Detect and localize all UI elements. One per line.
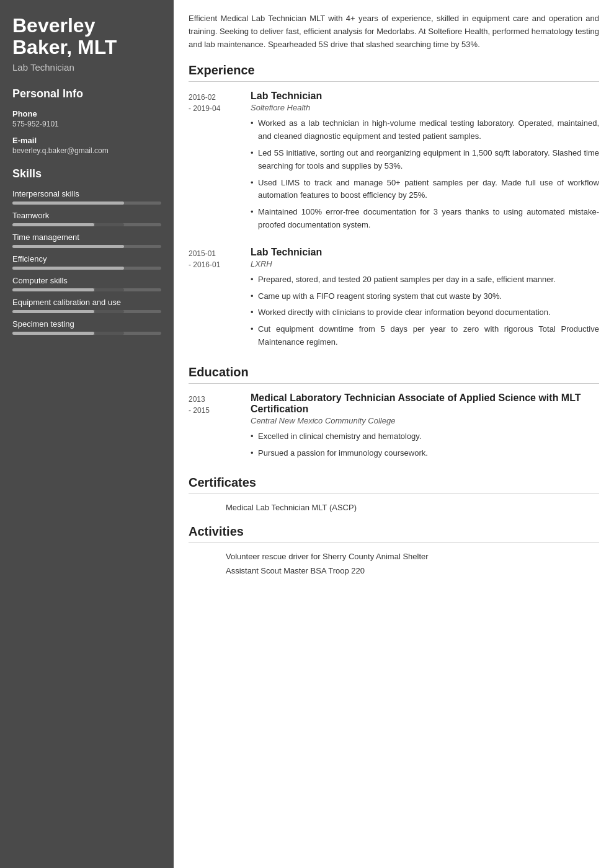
entry-job-title: Lab Technician bbox=[251, 247, 599, 258]
bullet-item: Maintained 100% error-free documentation… bbox=[251, 206, 599, 232]
experience-section: Experience 2016-02 - 2019-04Lab Technici… bbox=[189, 63, 599, 352]
skill-label: Computer skills bbox=[12, 276, 161, 285]
activities-heading: Activities bbox=[189, 525, 599, 543]
entry-company: Soltefiore Health bbox=[251, 103, 599, 112]
summary-text: Efficient Medical Lab Technician MLT wit… bbox=[189, 12, 599, 51]
bullet-item: Prepared, stored, and tested 20 patient … bbox=[251, 273, 599, 286]
entry-date: 2013 - 2015 bbox=[189, 392, 251, 464]
education-school: Central New Mexico Community College bbox=[251, 416, 599, 425]
skills-list: Interpersonal skillsTeamworkTime managem… bbox=[12, 189, 161, 335]
bullet-item: Led 5S initiative, sorting out and reorg… bbox=[251, 147, 599, 173]
skill-bar bbox=[12, 310, 161, 313]
entry-content: Lab TechnicianLXRHPrepared, stored, and … bbox=[251, 247, 599, 353]
entry-content: Medical Laboratory Technician Associate … bbox=[251, 392, 599, 464]
education-bullets: Excelled in clinical chemistry and hemat… bbox=[251, 430, 599, 460]
skill-bar bbox=[12, 288, 161, 291]
personal-info-heading: Personal Info bbox=[12, 87, 161, 100]
skill-label: Equipment calibration and use bbox=[12, 298, 161, 307]
bullet-item: Came up with a FIFO reagent storing syst… bbox=[251, 290, 599, 303]
entry-company: LXRH bbox=[251, 259, 599, 268]
skill-label: Time management bbox=[12, 232, 161, 242]
skill-label: Teamwork bbox=[12, 211, 161, 220]
bullet-item: Pursued a passion for immunology coursew… bbox=[251, 447, 599, 460]
email-label: E-mail bbox=[12, 136, 161, 145]
skill-bar bbox=[12, 332, 161, 335]
activity-entries: Volunteer rescue driver for Sherry Count… bbox=[189, 552, 599, 575]
activity-item: Volunteer rescue driver for Sherry Count… bbox=[189, 552, 599, 561]
cert-item: Medical Lab Technician MLT (ASCP) bbox=[189, 503, 599, 512]
skill-bar bbox=[12, 245, 161, 248]
entry-job-title: Lab Technician bbox=[251, 91, 599, 102]
phone-value: 575-952-9101 bbox=[12, 120, 161, 128]
education-entry: 2013 - 2015Medical Laboratory Technician… bbox=[189, 392, 599, 464]
experience-entries: 2016-02 - 2019-04Lab TechnicianSoltefior… bbox=[189, 91, 599, 352]
education-heading: Education bbox=[189, 365, 599, 384]
education-section: Education 2013 - 2015Medical Laboratory … bbox=[189, 365, 599, 464]
skill-label: Interpersonal skills bbox=[12, 189, 161, 198]
certificates-section: Certificates Medical Lab Technician MLT … bbox=[189, 476, 599, 512]
activity-item: Assistant Scout Master BSA Troop 220 bbox=[189, 566, 599, 575]
entry-bullets: Worked as a lab technician in high-volum… bbox=[251, 117, 599, 231]
skills-heading: Skills bbox=[12, 167, 161, 180]
entry-date: 2015-01 - 2016-01 bbox=[189, 247, 251, 353]
email-value: beverley.q.baker@gmail.com bbox=[12, 146, 161, 155]
skill-label: Specimen testing bbox=[12, 319, 161, 329]
experience-heading: Experience bbox=[189, 63, 599, 82]
bullet-item: Cut equipment downtime from 5 days per y… bbox=[251, 323, 599, 349]
skill-bar bbox=[12, 223, 161, 226]
bullet-item: Worked directly with clinicians to provi… bbox=[251, 306, 599, 319]
sidebar: Beverley Baker, MLT Lab Technician Perso… bbox=[0, 0, 174, 868]
education-entries: 2013 - 2015Medical Laboratory Technician… bbox=[189, 392, 599, 464]
bullet-item: Used LIMS to track and manage 50+ patien… bbox=[251, 177, 599, 203]
entry-bullets: Prepared, stored, and tested 20 patient … bbox=[251, 273, 599, 349]
skill-bar bbox=[12, 267, 161, 270]
experience-entry: 2015-01 - 2016-01Lab TechnicianLXRHPrepa… bbox=[189, 247, 599, 353]
bullet-item: Excelled in clinical chemistry and hemat… bbox=[251, 430, 599, 443]
skill-label: Efficiency bbox=[12, 254, 161, 264]
main-content: Efficient Medical Lab Technician MLT wit… bbox=[174, 0, 614, 868]
cert-entries: Medical Lab Technician MLT (ASCP) bbox=[189, 503, 599, 512]
phone-label: Phone bbox=[12, 109, 161, 118]
experience-entry: 2016-02 - 2019-04Lab TechnicianSoltefior… bbox=[189, 91, 599, 235]
activities-section: Activities Volunteer rescue driver for S… bbox=[189, 525, 599, 575]
candidate-title: Lab Technician bbox=[12, 62, 161, 73]
bullet-item: Worked as a lab technician in high-volum… bbox=[251, 117, 599, 143]
skill-bar bbox=[12, 202, 161, 205]
candidate-name: Beverley Baker, MLT bbox=[12, 15, 161, 58]
entry-date: 2016-02 - 2019-04 bbox=[189, 91, 251, 235]
education-degree: Medical Laboratory Technician Associate … bbox=[251, 392, 599, 415]
certificates-heading: Certificates bbox=[189, 476, 599, 494]
entry-content: Lab TechnicianSoltefiore HealthWorked as… bbox=[251, 91, 599, 235]
